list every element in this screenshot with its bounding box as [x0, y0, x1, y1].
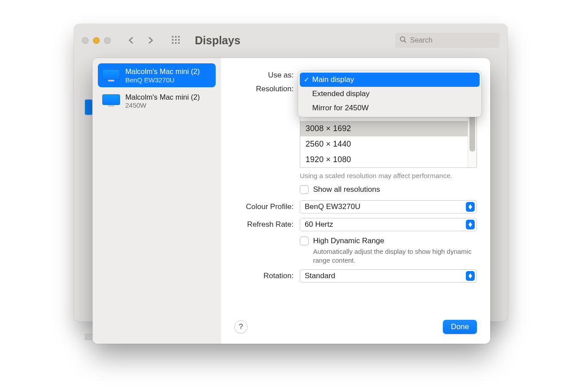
- background-panel-edge: [85, 334, 93, 340]
- hdr-sub: Automatically adjust the display to show…: [300, 247, 477, 265]
- minimize-window-button[interactable]: [93, 37, 100, 44]
- sidebar-display-1[interactable]: Malcolm's Mac mini (2) 2450W: [98, 89, 216, 113]
- display-sub: 2450W: [125, 101, 200, 109]
- toolbar: Displays Search: [74, 24, 507, 57]
- hdr-label: High Dynamic Range: [313, 237, 384, 245]
- svg-point-9: [400, 37, 405, 41]
- search-field[interactable]: Search: [395, 33, 500, 48]
- search-placeholder: Search: [410, 36, 433, 44]
- refresh-rate-select[interactable]: 60 Hertz: [300, 218, 477, 231]
- monitor-icon: [102, 69, 120, 82]
- display-title: Malcolm's Mac mini (2): [125, 67, 200, 76]
- forward-icon[interactable]: [146, 36, 155, 45]
- search-icon: [399, 36, 407, 45]
- chevron-updown-icon: [466, 202, 475, 212]
- rotation-select[interactable]: Standard: [300, 269, 477, 283]
- display-sidebar: Malcolm's Mac mini (2) BenQ EW3270U Malc…: [93, 58, 221, 344]
- chevron-updown-icon: [466, 220, 475, 229]
- show-all-resolutions-checkbox[interactable]: [300, 185, 309, 194]
- svg-point-6: [172, 42, 174, 44]
- refresh-rate-label: Refresh Rate:: [234, 218, 300, 229]
- chevron-updown-icon: [466, 271, 475, 281]
- colour-profile-value: BenQ EW3270U: [305, 202, 360, 211]
- colour-profile-label: Colour Profile:: [234, 200, 300, 211]
- resolution-hint: Using a scaled resolution may affect per…: [300, 171, 477, 181]
- show-all-icon[interactable]: [171, 35, 181, 46]
- close-window-button[interactable]: [82, 37, 89, 44]
- use-as-option[interactable]: Extended display: [300, 87, 480, 101]
- back-icon[interactable]: [127, 36, 136, 45]
- show-all-resolutions-label: Show all resolutions: [313, 185, 380, 194]
- svg-point-2: [178, 36, 180, 38]
- svg-point-5: [178, 39, 180, 41]
- hdr-checkbox[interactable]: [300, 237, 309, 245]
- monitor-icon: [102, 94, 120, 107]
- sheet-bottom-bar: ? Done: [234, 320, 477, 334]
- rotation-value: Standard: [305, 272, 335, 280]
- sidebar-display-0[interactable]: Malcolm's Mac mini (2) BenQ EW3270U: [98, 63, 216, 87]
- help-button[interactable]: ?: [234, 320, 248, 334]
- traffic-lights: [82, 37, 111, 44]
- display-title: Malcolm's Mac mini (2): [125, 93, 200, 102]
- display-sub: BenQ EW3270U: [125, 76, 200, 84]
- use-as-option[interactable]: Mirror for 2450W: [300, 101, 480, 115]
- svg-point-4: [175, 39, 177, 41]
- svg-line-10: [404, 41, 406, 43]
- display-settings-sheet: Malcolm's Mac mini (2) BenQ EW3270U Malc…: [93, 58, 490, 344]
- nav-buttons: [127, 36, 155, 45]
- resolution-option[interactable]: 1920 × 1080: [300, 152, 468, 167]
- svg-point-8: [178, 42, 180, 44]
- background-selected-display-sliver: [85, 99, 93, 115]
- rotation-label: Rotation:: [234, 269, 300, 280]
- use-as-label: Use as:: [234, 69, 300, 80]
- done-button[interactable]: Done: [443, 320, 477, 334]
- svg-marker-12: [469, 207, 472, 210]
- colour-profile-select[interactable]: BenQ EW3270U: [300, 200, 477, 213]
- svg-point-7: [175, 42, 177, 44]
- refresh-rate-value: 60 Hertz: [305, 220, 333, 229]
- use-as-option[interactable]: Main display: [300, 73, 480, 87]
- zoom-window-button[interactable]: [104, 37, 111, 44]
- resolution-label: Resolution:: [234, 82, 300, 93]
- window-title: Displays: [195, 34, 240, 47]
- resolution-option[interactable]: 3008 × 1692: [300, 121, 468, 136]
- svg-point-3: [172, 39, 174, 41]
- svg-marker-14: [469, 225, 472, 227]
- svg-marker-16: [469, 276, 472, 279]
- resolution-option[interactable]: 2560 × 1440: [300, 136, 468, 152]
- svg-point-0: [172, 36, 174, 38]
- use-as-menu: Main display Extended display Mirror for…: [298, 71, 481, 117]
- svg-point-1: [175, 36, 177, 38]
